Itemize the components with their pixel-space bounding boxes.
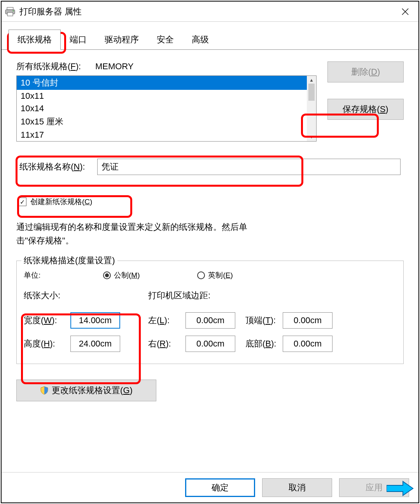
forms-listbox[interactable]: 10 号信封 10x11 10x14 10x15 厘米 11x17 ▲ ▼ — [16, 75, 317, 142]
shield-icon — [40, 386, 49, 395]
height-label: 高度(H): — [24, 338, 67, 350]
margins-head: 打印机区域边距: — [148, 290, 396, 301]
create-new-form-row[interactable]: ✓ 创建新纸张规格(C) — [16, 194, 404, 209]
top-label: 顶端(T): — [245, 315, 280, 326]
print-server-properties-window: 打印服务器 属性 纸张规格 端口 驱动程序 安全 高级 所有纸张规格(F): M… — [1, 1, 419, 503]
scroll-down-icon[interactable]: ▼ — [309, 134, 314, 140]
svg-marker-6 — [387, 481, 413, 495]
list-item[interactable]: 10x11 — [17, 90, 307, 102]
printer-icon — [5, 7, 16, 16]
dialog-footer: 确定 取消 应用 — [2, 472, 418, 502]
list-item[interactable]: 10 号信封 — [17, 76, 307, 90]
ok-button[interactable]: 确定 — [185, 478, 255, 497]
right-label: 右(R): — [148, 338, 182, 350]
left-label: 左(L): — [148, 315, 182, 326]
all-forms-label: 所有纸张规格(F): MEMORY — [16, 61, 317, 72]
list-item[interactable]: 10x14 — [17, 102, 307, 115]
right-input[interactable] — [186, 336, 235, 352]
forms-source: MEMORY — [95, 61, 134, 71]
tab-advanced[interactable]: 高级 — [183, 30, 218, 50]
form-name-row: 纸张规格名称(N): — [16, 155, 404, 179]
left-input[interactable] — [186, 312, 235, 329]
paper-size-head: 纸张大小: — [24, 290, 148, 301]
radio-metric[interactable]: 公制(M) — [103, 270, 140, 280]
radio-english[interactable]: 英制(E) — [197, 270, 233, 280]
tab-paper-format[interactable]: 纸张规格 — [9, 30, 61, 50]
svg-point-3 — [13, 10, 14, 11]
list-item[interactable]: 11x17 — [17, 129, 307, 141]
help-text: 通过编辑现有的名称和度量设置来定义新的纸张规格。然后单 击"保存规格"。 — [16, 220, 404, 247]
close-button[interactable] — [395, 3, 415, 20]
tab-bar: 纸张规格 端口 驱动程序 安全 高级 — [2, 30, 418, 50]
list-item[interactable]: 10x15 厘米 — [17, 115, 307, 129]
width-label: 宽度(W): — [24, 315, 67, 326]
cancel-button[interactable]: 取消 — [262, 478, 332, 497]
height-input[interactable] — [70, 336, 120, 352]
tab-content: 所有纸张规格(F): MEMORY 10 号信封 10x11 10x14 10x… — [2, 50, 418, 401]
scrollbar[interactable]: ▲ ▼ — [307, 76, 316, 141]
tab-security[interactable]: 安全 — [148, 30, 183, 50]
bottom-label: 底部(B): — [245, 338, 280, 350]
units-label: 单位: — [24, 270, 86, 280]
measurement-fieldset: 纸张规格描述(度量设置) 单位: 公制(M) 英制(E) 纸张大小: 宽度(W) — [16, 261, 404, 364]
scroll-up-icon[interactable]: ▲ — [309, 77, 314, 83]
bottom-input[interactable] — [283, 336, 332, 352]
close-icon — [401, 8, 409, 16]
fieldset-legend: 纸张规格描述(度量设置) — [21, 255, 117, 266]
top-input[interactable] — [283, 312, 332, 329]
change-form-settings-button[interactable]: 更改纸张规格设置(G) — [16, 380, 156, 401]
tab-ports[interactable]: 端口 — [61, 30, 96, 50]
create-new-checkbox[interactable]: ✓ — [18, 198, 26, 206]
titlebar: 打印服务器 属性 — [2, 2, 418, 22]
form-name-label: 纸张规格名称(N): — [19, 161, 90, 173]
save-form-button[interactable]: 保存规格(S) — [327, 99, 404, 120]
svg-rect-0 — [7, 7, 13, 10]
tab-drivers[interactable]: 驱动程序 — [96, 30, 148, 50]
create-new-label: 创建新纸张规格(C) — [30, 197, 92, 207]
width-input[interactable] — [70, 312, 120, 329]
annotation-arrow-icon — [387, 481, 414, 496]
scroll-thumb[interactable] — [308, 84, 315, 101]
delete-button[interactable]: 删除(D) — [327, 61, 404, 82]
svg-rect-2 — [7, 12, 13, 16]
form-name-input[interactable] — [97, 159, 401, 175]
window-title: 打印服务器 属性 — [19, 6, 395, 18]
